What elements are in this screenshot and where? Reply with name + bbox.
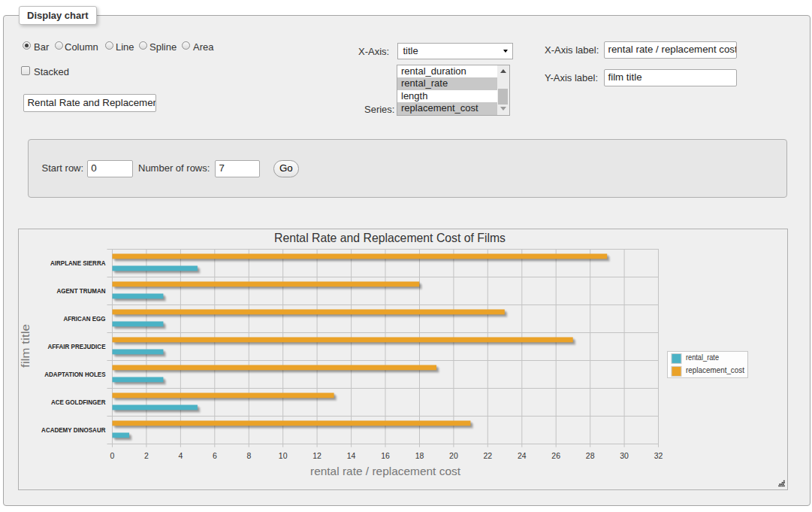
svg-text:6: 6 — [213, 451, 217, 460]
svg-text:26: 26 — [551, 451, 560, 460]
svg-text:12: 12 — [312, 451, 321, 460]
svg-text:16: 16 — [381, 451, 390, 460]
svg-text:AIRPLANE SIERRA: AIRPLANE SIERRA — [50, 259, 106, 267]
svg-text:rental rate / replacement cost: rental rate / replacement cost — [310, 465, 461, 477]
svg-text:0: 0 — [110, 451, 115, 460]
svg-text:24: 24 — [518, 451, 527, 460]
svg-text:AFFAIR PREJUDICE: AFFAIR PREJUDICE — [47, 343, 105, 350]
svg-text:14: 14 — [347, 451, 356, 460]
svg-text:film title: film title — [19, 324, 32, 368]
svg-text:rental_rate: rental_rate — [686, 353, 719, 362]
svg-text:ADAPTATION HOLES: ADAPTATION HOLES — [44, 371, 105, 378]
svg-text:2: 2 — [144, 451, 149, 460]
svg-text:AFRICAN EGG: AFRICAN EGG — [63, 315, 105, 323]
svg-text:30: 30 — [620, 451, 629, 460]
svg-text:32: 32 — [654, 451, 663, 460]
svg-text:10: 10 — [279, 451, 288, 460]
svg-text:22: 22 — [483, 451, 492, 460]
svg-text:replacement_cost: replacement_cost — [686, 366, 744, 374]
svg-text:8: 8 — [246, 451, 251, 460]
svg-text:28: 28 — [586, 451, 595, 460]
svg-text:ACE GOLDFINGER: ACE GOLDFINGER — [51, 398, 106, 406]
svg-text:ACADEMY DINOSAUR: ACADEMY DINOSAUR — [41, 426, 106, 434]
svg-text:20: 20 — [449, 451, 458, 460]
svg-text:Rental Rate and Replacement Co: Rental Rate and Replacement Cost of Film… — [274, 231, 506, 244]
svg-text:18: 18 — [415, 451, 424, 460]
svg-text:AGENT TRUMAN: AGENT TRUMAN — [57, 287, 106, 295]
svg-text:4: 4 — [178, 451, 183, 460]
